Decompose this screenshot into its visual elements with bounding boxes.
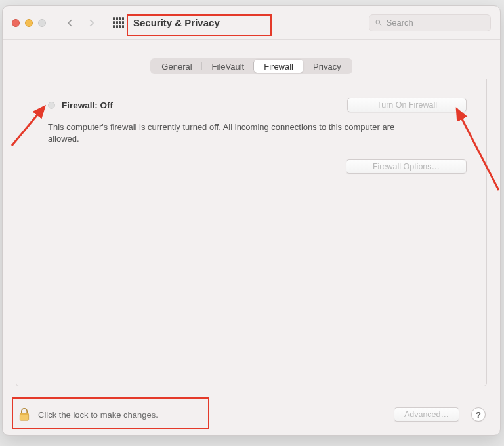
forward-button[interactable] — [83, 14, 100, 31]
firewall-panel: Firewall: Off Turn On Firewall This comp… — [16, 79, 487, 386]
turn-on-firewall-button[interactable]: Turn On Firewall — [347, 98, 467, 112]
search-field[interactable] — [369, 14, 491, 31]
advanced-button[interactable]: Advanced… — [394, 407, 459, 422]
close-window-button[interactable] — [12, 19, 20, 27]
show-all-icon[interactable] — [113, 17, 124, 28]
tab-bar: General FileVault Firewall Privacy — [150, 58, 352, 74]
svg-line-1 — [379, 24, 381, 25]
toolbar: Security & Privacy — [3, 6, 500, 40]
firewall-status-label: Firewall: Off — [62, 100, 113, 110]
title-area: Security & Privacy — [108, 17, 225, 28]
firewall-status-indicator-icon — [48, 102, 55, 109]
zoom-window-button[interactable] — [38, 19, 46, 27]
search-input[interactable] — [387, 18, 485, 28]
page-title: Security & Privacy — [133, 17, 220, 28]
back-button[interactable] — [62, 14, 79, 31]
lock-instruction-text: Click the lock to make changes. — [38, 410, 158, 420]
tab-privacy[interactable]: Privacy — [303, 60, 351, 73]
tab-general[interactable]: General — [152, 60, 201, 73]
minimize-window-button[interactable] — [25, 19, 33, 27]
preferences-window: Security & Privacy General FileVault Fir… — [2, 5, 501, 436]
svg-point-0 — [376, 20, 380, 24]
search-icon — [375, 18, 383, 27]
help-button[interactable]: ? — [471, 407, 486, 422]
footer-bar: Click the lock to make changes. Advanced… — [3, 398, 500, 435]
lock-icon[interactable] — [17, 407, 32, 422]
tab-filevault[interactable]: FileVault — [202, 60, 255, 73]
firewall-description: This computer's firewall is currently tu… — [48, 121, 402, 145]
window-controls — [12, 19, 46, 27]
svg-rect-3 — [20, 413, 28, 415]
tabs-row: General FileVault Firewall Privacy — [3, 40, 500, 79]
firewall-options-button[interactable]: Firewall Options… — [346, 159, 467, 174]
tab-firewall[interactable]: Firewall — [254, 60, 303, 73]
